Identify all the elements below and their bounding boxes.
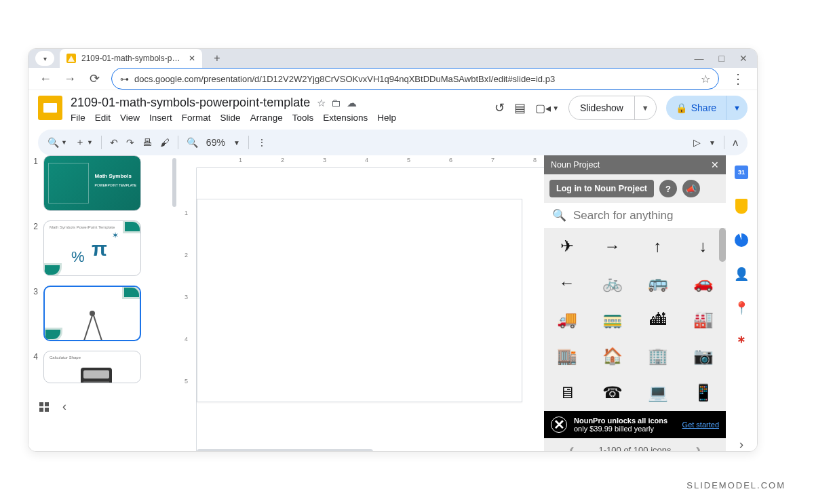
address-bar[interactable]: ⊶ docs.google.com/presentation/d/1D12V2W… [111,68,719,90]
share-dropdown[interactable]: ▼ [726,96,748,120]
menu-tools[interactable]: Tools [292,113,314,123]
doc-title[interactable]: 2109-01-math-symbols-powerpoint-template [71,96,310,110]
forward-button[interactable]: → [62,72,77,86]
arrow-up-icon[interactable]: ↑ [635,228,680,265]
maximize-button[interactable]: □ [719,53,724,64]
collapse-rail-button[interactable]: › [734,437,749,452]
slides-logo-icon[interactable] [38,96,62,120]
zoom-level[interactable]: 69% [206,137,225,148]
menu-extensions[interactable]: Extensions [323,113,368,123]
menu-file[interactable]: File [71,113,85,123]
print-button[interactable]: 🖶 [142,137,152,148]
bookmark-star-icon[interactable]: ☆ [701,73,710,85]
ruler-vertical: 1 2 3 4 5 [180,168,197,452]
factory-icon[interactable]: 🏭 [680,301,726,338]
thumbs-scrollbar[interactable] [172,158,176,207]
menu-bar: File Edit View Insert Format Slide Arran… [71,113,396,123]
new-tab-button[interactable]: + [208,49,227,68]
calendar-app-icon[interactable]: 31 [734,165,749,180]
thumb-number: 4 [28,351,38,383]
tab-search-button[interactable]: ▾ [35,51,54,66]
announce-button[interactable]: 📣 [682,180,700,197]
truck-icon[interactable]: 🚚 [544,301,589,338]
prev-slide-button[interactable]: ‹ [62,400,66,414]
history-icon[interactable]: ↺ [495,100,505,115]
google-slides-app: 2109-01-math-symbols-powerpoint-template… [28,90,757,452]
slideshow-dropdown[interactable]: ▼ [634,96,656,119]
house-icon[interactable]: 🏠 [589,338,635,374]
contacts-app-icon[interactable]: 👤 [734,267,749,282]
airplane-icon[interactable]: ✈ [544,228,589,265]
paint-format-button[interactable]: 🖌 [160,137,170,148]
panel-close-button[interactable]: ✕ [711,159,719,170]
toolbar-overflow-button[interactable]: ⋮ [257,137,267,148]
arrow-right-icon[interactable]: → [589,228,635,265]
promo-cta-link[interactable]: Get started [682,421,719,429]
redo-button[interactable]: ↷ [126,137,134,148]
building-icon[interactable]: 🏢 [635,338,680,374]
pointer-tool-icon[interactable]: ▷ [693,137,701,148]
help-button[interactable]: ? [659,180,677,197]
star-doc-icon[interactable]: ☆ [317,97,326,109]
bus-icon[interactable]: 🚌 [635,265,680,301]
login-button[interactable]: Log in to Noun Project [549,180,654,197]
menu-arrange[interactable]: Arrange [250,113,283,123]
menu-insert[interactable]: Insert [149,113,172,123]
maps-app-icon[interactable]: 📍 [734,301,749,315]
menu-slide[interactable]: Slide [220,113,241,123]
undo-button[interactable]: ↶ [110,137,118,148]
slideshow-button[interactable]: Slideshow ▼ [568,96,657,120]
icon-search-input[interactable] [573,209,718,222]
back-button[interactable]: ← [38,72,53,86]
site-info-icon[interactable]: ⊶ [120,74,129,84]
tasks-app-icon[interactable] [734,233,749,248]
slide-canvas[interactable] [197,199,522,402]
zoom-dropdown[interactable]: ▼ [233,139,240,147]
smartphone-icon[interactable]: 📱 [680,374,726,411]
page-prev-button[interactable]: ‹ [569,441,574,452]
grid-view-button[interactable] [39,402,49,412]
slide-thumb-4[interactable]: Calculator Shape [43,351,141,383]
canvas-h-scrollbar[interactable] [197,449,373,452]
car-icon[interactable]: 🚗 [680,265,726,301]
city-icon[interactable]: 🏙 [635,301,680,338]
menu-edit[interactable]: Edit [95,113,111,123]
keep-app-icon[interactable] [734,199,749,214]
browser-menu-button[interactable]: ⋮ [729,71,748,87]
addon-app-icon[interactable]: ＊ [734,334,749,349]
slide-thumb-3[interactable] [43,286,141,341]
phone-old-icon[interactable]: ☎ [589,374,635,411]
comments-icon[interactable]: ▤ [514,100,526,115]
tab-close-button[interactable]: ✕ [189,54,195,63]
tab-strip: ▾ 2109-01-math-symbols-powerp ✕ + — □ ✕ [28,49,757,68]
move-doc-icon[interactable]: 🗀 [331,97,341,109]
share-button[interactable]: 🔒Share ▼ [666,96,748,120]
slide-thumb-1[interactable]: Math SymbolsPOWERPOINT TEMPLATE [43,155,141,211]
minimize-button[interactable]: — [695,53,704,64]
slide-thumb-2[interactable]: Math Symbols PowerPoint Template %π✶ [43,220,141,276]
side-rail: 31 👤 📍 ＊ › [726,155,757,452]
page-next-button[interactable]: › [695,441,700,452]
pointer-dropdown[interactable]: ▼ [709,139,716,147]
menu-help[interactable]: Help [377,113,396,123]
monitor-icon[interactable]: 🖥 [544,374,589,411]
browser-tab[interactable]: 2109-01-math-symbols-powerp ✕ [60,49,202,68]
train-icon[interactable]: 🚃 [589,301,635,338]
icon-grid-scrollbar[interactable] [719,228,726,262]
hide-menus-button[interactable]: ʌ [733,137,738,148]
close-window-button[interactable]: ✕ [739,53,748,64]
new-slide-button[interactable]: ＋▼ [75,136,93,149]
zoom-tool-icon[interactable]: 🔍 [187,137,198,148]
arrow-left-icon[interactable]: ← [544,265,589,301]
meet-button[interactable]: ▢◂▼ [535,102,559,115]
menu-format[interactable]: Format [182,113,211,123]
camera-icon[interactable]: 📷 [680,338,726,374]
store-icon[interactable]: 🏬 [544,338,589,374]
menu-view[interactable]: View [120,113,140,123]
laptop-icon[interactable]: 💻 [635,374,680,411]
panel-title: Noun Project [551,160,600,170]
search-tool-icon[interactable]: 🔍▼ [47,137,67,148]
promo-line1: NounPro unlocks all icons [574,416,667,425]
reload-button[interactable]: ⟳ [87,71,102,86]
bicycle-icon[interactable]: 🚲 [589,265,635,301]
